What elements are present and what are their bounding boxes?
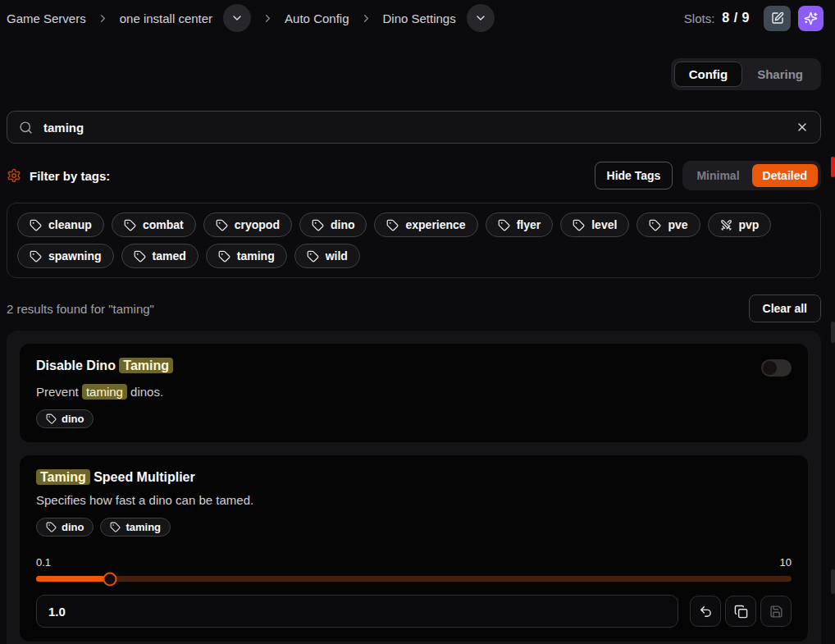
setting-card-disable-dino-taming: Disable Dino Taming Prevent taming dinos… [20, 344, 808, 442]
tag-chip-label: pve [668, 218, 687, 231]
detail-mode-toggle: Minimal Detailed [682, 161, 821, 190]
setting-description: Prevent taming dinos. [36, 385, 792, 399]
tag-icon [307, 250, 319, 263]
copy-button[interactable] [725, 596, 756, 627]
swords-icon [720, 219, 732, 231]
tag-chip-taming[interactable]: taming [206, 244, 287, 268]
tag-icon [124, 219, 136, 231]
search-icon [19, 121, 33, 135]
scrollbar-mark [831, 569, 835, 594]
breadcrumb-item-dino-settings[interactable]: Dino Settings [383, 11, 456, 25]
tag-chip-label: cryopod [235, 218, 280, 231]
tag-chip-label: dino [62, 413, 84, 425]
tag-chip-tamed[interactable]: tamed [121, 244, 198, 268]
sparkles-icon [804, 11, 818, 25]
tag-chip-wild[interactable]: wild [294, 244, 360, 268]
tag-chip-label: combat [143, 218, 184, 231]
highlighted-text: taming [82, 384, 127, 400]
breadcrumb-item-install[interactable]: one install center [120, 11, 212, 25]
tag-icon [30, 250, 42, 263]
slider-track[interactable] [36, 576, 792, 582]
clear-all-button[interactable]: Clear all [749, 295, 821, 322]
tag-chip-taming[interactable]: taming [100, 518, 171, 537]
slider-block: 0.1 10 [36, 556, 792, 582]
tag-icon [46, 522, 57, 532]
highlighted-text: Taming [119, 358, 173, 373]
tag-chip-pvp[interactable]: pvp [708, 212, 772, 237]
setting-card-taming-speed-multiplier: Taming Speed Multiplier Specifies how fa… [20, 455, 808, 642]
tag-chip-dino[interactable]: dino [299, 212, 367, 237]
ai-assistant-button[interactable] [798, 6, 824, 31]
config-sharing-toggle: Config Sharing [671, 58, 821, 90]
chevron-right-icon [360, 12, 372, 25]
tag-icon [46, 413, 57, 424]
save-button[interactable] [760, 596, 792, 627]
scrollbar[interactable] [831, 0, 835, 644]
disable-dino-taming-toggle[interactable] [761, 359, 792, 377]
copy-icon [734, 605, 748, 619]
edit-pencil-icon [771, 11, 784, 25]
tag-chip-combat[interactable]: combat [112, 212, 196, 237]
tag-chip-dino[interactable]: dino [36, 409, 94, 428]
save-icon [769, 605, 783, 619]
value-row [36, 595, 792, 628]
tag-chip-flyer[interactable]: flyer [486, 212, 554, 237]
search-input[interactable] [43, 121, 785, 135]
hide-tags-button[interactable]: Hide Tags [595, 162, 673, 190]
search-bar [7, 111, 821, 144]
top-right-cluster: Slots: 8 / 9 [684, 6, 824, 31]
slots-label: Slots: [684, 11, 715, 25]
tag-chip-label: taming [125, 521, 161, 533]
chevron-right-icon [262, 12, 274, 25]
slider-min-label: 0.1 [36, 556, 51, 569]
tag-icon [312, 219, 324, 231]
tag-icon [110, 522, 121, 532]
gear-icon [7, 168, 21, 183]
value-input[interactable] [36, 595, 678, 628]
tag-chip-label: dino [331, 218, 355, 231]
tag-chip-label: wild [326, 249, 348, 263]
chevron-down-icon [230, 11, 244, 25]
setting-tags: dino [36, 409, 792, 428]
scrollbar-mark [831, 322, 835, 343]
tag-chip-cryopod[interactable]: cryopod [203, 212, 292, 237]
tag-chip-cleanup[interactable]: cleanup [17, 212, 104, 237]
tab-sharing[interactable]: Sharing [742, 62, 818, 87]
scrollbar-match-mark [831, 157, 835, 177]
tag-icon [218, 250, 230, 263]
tag-chip-spawning[interactable]: spawning [17, 244, 114, 268]
tag-chip-dino[interactable]: dino [36, 518, 94, 537]
breadcrumb-item-auto-config[interactable]: Auto Config [285, 11, 349, 25]
undo-icon [699, 605, 713, 619]
setting-description: Specifies how fast a dino can be tamed. [36, 493, 792, 507]
tag-chip-label: dino [62, 521, 84, 533]
tab-config[interactable]: Config [674, 62, 742, 87]
tag-filter-box: cleanupcombatcryopoddinoexperienceflyerl… [7, 203, 821, 278]
chevron-right-icon [97, 12, 109, 25]
breadcrumb-item-game-servers[interactable]: Game Servers [7, 11, 86, 25]
clear-search-button[interactable] [796, 121, 809, 134]
edit-button[interactable] [764, 6, 791, 31]
chevron-down-icon [474, 11, 487, 25]
dino-settings-dropdown-button[interactable] [467, 4, 495, 32]
tag-chip-level[interactable]: level [560, 212, 629, 237]
undo-button[interactable] [690, 596, 721, 627]
tag-chip-label: tamed [153, 249, 186, 263]
tag-icon [498, 219, 510, 231]
results-header: 2 results found for "taming" Clear all [7, 295, 821, 322]
results-panel: Disable Dino Taming Prevent taming dinos… [7, 331, 821, 644]
tag-icon [30, 219, 42, 231]
tag-chip-pve[interactable]: pve [637, 212, 700, 237]
tag-chip-label: spawning [48, 249, 102, 263]
view-toggle-row: Config Sharing [0, 36, 835, 90]
text-run: Disable Dino [36, 359, 119, 372]
setting-tags: dinotaming [36, 518, 792, 537]
tag-chip-label: taming [237, 249, 275, 263]
tag-icon [386, 219, 399, 231]
mode-minimal[interactable]: Minimal [686, 164, 750, 187]
mode-detailed[interactable]: Detailed [752, 164, 818, 187]
tag-chip-experience[interactable]: experience [374, 212, 477, 237]
install-dropdown-button[interactable] [223, 4, 251, 32]
text-run: dinos. [127, 385, 163, 399]
slider-knob[interactable] [103, 572, 117, 586]
